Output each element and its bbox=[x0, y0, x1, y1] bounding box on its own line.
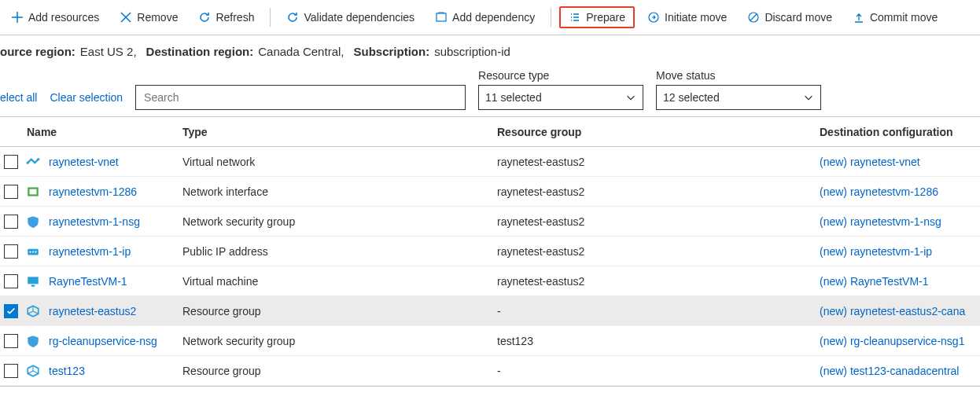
resource-type-dropdown[interactable]: 11 selected bbox=[478, 85, 643, 110]
resource-group-cell: raynetest-eastus2 bbox=[492, 182, 815, 201]
resource-name-link[interactable]: test123 bbox=[49, 365, 85, 377]
table-row[interactable]: RayneTestVM-1Virtual machineraynetest-ea… bbox=[0, 266, 980, 296]
row-checkbox[interactable] bbox=[4, 244, 18, 259]
resource-type-cell: Network security group bbox=[178, 212, 492, 231]
destination-config-link[interactable]: (new) raynetestvm-1-nsg bbox=[820, 215, 941, 228]
destination-region-value: Canada Central, bbox=[258, 45, 344, 58]
nic-icon bbox=[26, 185, 40, 199]
toolbar-divider bbox=[551, 8, 551, 27]
resource-type-cell: Network interface bbox=[178, 182, 492, 201]
row-checkbox-cell bbox=[0, 364, 22, 378]
col-name[interactable]: Name bbox=[22, 123, 178, 141]
destination-config-link[interactable]: (new) raynetest-eastus2-cana bbox=[820, 305, 965, 317]
destination-config-cell: (new) raynetest-eastus2-cana bbox=[815, 302, 980, 321]
resource-group-cell: raynetest-eastus2 bbox=[492, 242, 815, 261]
subscription-value: subscription-id bbox=[434, 45, 510, 58]
resource-type-cell: Network security group bbox=[178, 332, 492, 350]
validate-dependencies-button[interactable]: Validate dependencies bbox=[278, 8, 422, 27]
table-row[interactable]: rg-cleanupservice-nsgNetwork security gr… bbox=[0, 326, 980, 356]
destination-config-link[interactable]: (new) test123-canadacentral bbox=[820, 365, 959, 377]
chevron-down-icon bbox=[625, 92, 636, 103]
add-dependency-label: Add dependency bbox=[452, 11, 535, 24]
destination-config-cell: (new) raynetestvm-1-ip bbox=[815, 242, 980, 261]
x-icon bbox=[120, 11, 132, 24]
toolbar: Add resources Remove Refresh Validate de… bbox=[0, 0, 980, 35]
add-resources-button[interactable]: Add resources bbox=[3, 8, 107, 27]
table-header: Name Type Resource group Destination con… bbox=[0, 117, 980, 147]
col-type[interactable]: Type bbox=[178, 123, 492, 141]
resource-name-link[interactable]: raynetestvm-1-ip bbox=[49, 245, 131, 258]
resources-table: Name Type Resource group Destination con… bbox=[0, 116, 980, 387]
nsg-icon bbox=[26, 215, 40, 229]
destination-config-link[interactable]: (new) raynetestvm-1-ip bbox=[820, 245, 932, 258]
table-row[interactable]: raynetestvm-1-nsgNetwork security groupr… bbox=[0, 207, 980, 237]
resource-type-cell: Resource group bbox=[178, 361, 492, 380]
row-checkbox[interactable] bbox=[4, 155, 18, 169]
clear-selection-link[interactable]: Clear selection bbox=[50, 91, 123, 110]
row-checkbox[interactable] bbox=[4, 304, 18, 318]
row-checkbox[interactable] bbox=[4, 274, 18, 288]
move-status-dropdown[interactable]: 12 selected bbox=[656, 85, 821, 110]
destination-config-link[interactable]: (new) raynetest-vnet bbox=[820, 156, 920, 168]
select-all-link[interactable]: elect all bbox=[0, 91, 37, 110]
resource-name-link[interactable]: raynetestvm-1-nsg bbox=[49, 215, 140, 228]
table-row[interactable]: raynetest-eastus2Resource group-(new) ra… bbox=[0, 296, 980, 326]
col-resource-group[interactable]: Resource group bbox=[492, 123, 815, 141]
upload-icon bbox=[853, 11, 865, 24]
resource-name-cell: rg-cleanupservice-nsg bbox=[44, 332, 178, 350]
pip-icon bbox=[26, 244, 40, 259]
remove-button[interactable]: Remove bbox=[112, 8, 186, 27]
destination-config-link[interactable]: (new) raynetestvm-1286 bbox=[820, 185, 938, 198]
check-icon bbox=[6, 306, 17, 317]
discard-move-button[interactable]: Discard move bbox=[739, 8, 840, 27]
vnet-icon bbox=[26, 155, 40, 169]
resource-group-cell: raynetest-eastus2 bbox=[492, 212, 815, 231]
resource-group-cell: - bbox=[492, 361, 815, 380]
resource-name-link[interactable]: raynetest-eastus2 bbox=[49, 305, 136, 317]
resource-name-link[interactable]: raynetest-vnet bbox=[49, 156, 119, 168]
resource-group-cell: raynetest-eastus2 bbox=[492, 152, 815, 171]
destination-config-cell: (new) rg-cleanupservice-nsg1 bbox=[815, 332, 980, 350]
col-destination[interactable]: Destination configuration bbox=[815, 123, 980, 141]
resource-group-cell: - bbox=[492, 302, 815, 321]
resource-type-filter: Resource type 11 selected bbox=[478, 69, 643, 110]
table-row[interactable]: raynetestvm-1286Network interfaceraynete… bbox=[0, 177, 980, 207]
row-checkbox-cell bbox=[0, 244, 22, 259]
chevron-down-icon bbox=[803, 92, 814, 103]
table-row[interactable]: test123Resource group-(new) test123-cana… bbox=[0, 356, 980, 386]
destination-config-link[interactable]: (new) rg-cleanupservice-nsg1 bbox=[820, 335, 964, 347]
row-checkbox-cell bbox=[0, 274, 22, 288]
initiate-move-button[interactable]: Initiate move bbox=[639, 8, 735, 27]
resource-icon-cell bbox=[22, 364, 44, 378]
resource-name-link[interactable]: rg-cleanupservice-nsg bbox=[49, 335, 157, 347]
commit-move-button[interactable]: Commit move bbox=[845, 8, 945, 27]
prepare-button[interactable]: Prepare bbox=[559, 6, 635, 28]
resource-name-cell: raynetestvm-1286 bbox=[44, 182, 178, 201]
resource-group-cell: raynetest-eastus2 bbox=[492, 272, 815, 291]
table-row[interactable]: raynetestvm-1-ipPublic IP addressraynete… bbox=[0, 237, 980, 266]
refresh-button[interactable]: Refresh bbox=[190, 8, 262, 27]
row-checkbox[interactable] bbox=[4, 215, 18, 229]
resource-type-cell: Virtual network bbox=[178, 152, 492, 171]
destination-config-cell: (new) raynetestvm-1-nsg bbox=[815, 212, 980, 231]
resource-type-cell: Resource group bbox=[178, 302, 492, 321]
resource-type-cell: Virtual machine bbox=[178, 272, 492, 291]
search-input[interactable] bbox=[135, 85, 466, 110]
row-checkbox[interactable] bbox=[4, 334, 18, 348]
row-checkbox[interactable] bbox=[4, 364, 18, 378]
destination-config-link[interactable]: (new) RayneTestVM-1 bbox=[820, 275, 929, 288]
add-dependency-button[interactable]: Add dependency bbox=[427, 8, 543, 27]
resource-name-link[interactable]: RayneTestVM-1 bbox=[49, 275, 127, 288]
validate-dependencies-label: Validate dependencies bbox=[304, 11, 414, 24]
table-row[interactable]: raynetest-vnetVirtual networkraynetest-e… bbox=[0, 147, 980, 177]
resource-name-link[interactable]: raynetestvm-1286 bbox=[49, 185, 137, 198]
toolbar-divider bbox=[270, 8, 271, 27]
destination-config-cell: (new) test123-canadacentral bbox=[815, 361, 980, 380]
row-checkbox-cell bbox=[0, 334, 22, 348]
resource-name-cell: test123 bbox=[44, 361, 178, 380]
resource-name-cell: raynetestvm-1-ip bbox=[44, 242, 178, 261]
destination-config-cell: (new) raynetestvm-1286 bbox=[815, 182, 980, 201]
row-checkbox[interactable] bbox=[4, 185, 18, 199]
row-checkbox-cell bbox=[0, 155, 22, 169]
refresh-label: Refresh bbox=[216, 11, 254, 24]
